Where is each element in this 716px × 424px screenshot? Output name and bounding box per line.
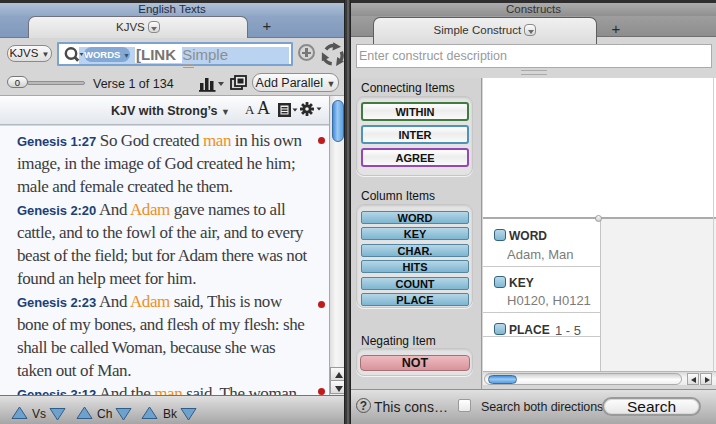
svg-text:Vs: Vs bbox=[32, 407, 46, 421]
svg-text:Ch: Ch bbox=[97, 407, 112, 421]
svg-text:Bk: Bk bbox=[163, 407, 178, 421]
